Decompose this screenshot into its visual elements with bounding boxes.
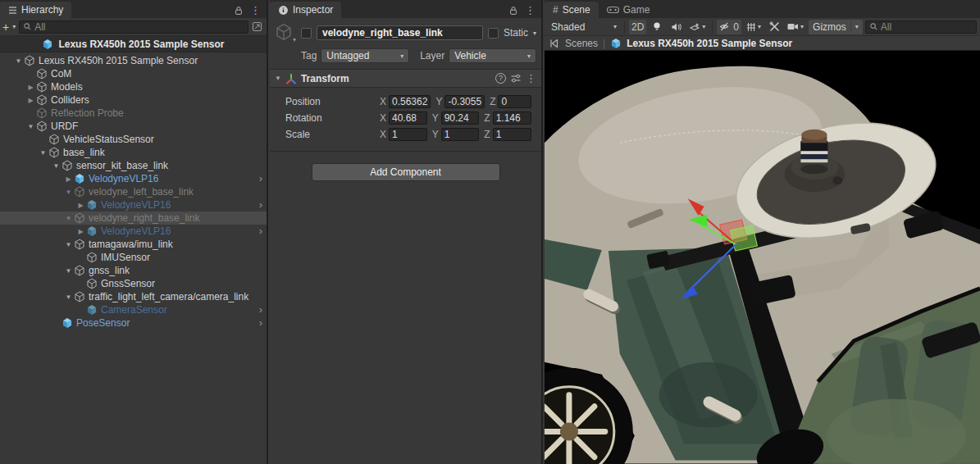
tree-item-base-link[interactable]: ▼base_link (0, 146, 267, 159)
cube-icon (62, 160, 73, 171)
tab-game[interactable]: Game (599, 2, 659, 18)
inspector-tabbar: Inspector ⋮ (270, 0, 541, 18)
tree-item-velodyne-right-base-link[interactable]: ▼velodyne_right_base_link (0, 212, 267, 225)
tree-item-colliders[interactable]: ▶Colliders (0, 93, 267, 107)
prefab-open-chevron[interactable]: › (259, 303, 262, 316)
lock-icon[interactable] (234, 6, 244, 16)
create-dropdown-icon[interactable]: ▾ (12, 23, 16, 30)
prefab-open-chevron[interactable]: › (259, 225, 262, 238)
scale-label[interactable]: Scale (275, 129, 380, 140)
position-z-field[interactable]: 0 (498, 95, 531, 108)
tab-hierarchy[interactable]: Hierarchy (0, 2, 71, 18)
tree-item-traffic-light-left-camera-link[interactable]: ▼traffic_light_left_camera/camera_link (0, 290, 267, 303)
static-checkbox[interactable] (488, 28, 499, 39)
toggle-2d-button[interactable]: 2D (629, 20, 646, 34)
gamepad-icon (607, 6, 619, 14)
tree-item-tamagawa-imu-link[interactable]: ▼tamagawa/imu_link (0, 238, 267, 251)
scene-toolbar: Shaded ▾ 2D ▾ (545, 18, 980, 36)
prefab-header[interactable]: Lexus RX450h 2015 Sample Sensor (0, 36, 267, 52)
transform-component-header[interactable]: ▼ Transform ? ⋮ (270, 70, 541, 88)
prefab-open-chevron[interactable]: › (259, 316, 262, 330)
component-menu-icon[interactable]: ⋮ (526, 75, 536, 83)
help-icon[interactable]: ? (495, 73, 506, 84)
rotation-x-field[interactable]: 40.68 (389, 111, 427, 125)
rotation-z-field[interactable]: 1.146 (493, 111, 531, 125)
cube-icon (36, 94, 48, 106)
chevron-down-icon: ▾ (800, 23, 804, 30)
scale-z-field[interactable]: 1 (493, 128, 531, 141)
breadcrumb-root[interactable]: Scenes (565, 38, 598, 49)
tree-item-gnss-link[interactable]: ▼gnss_link (0, 264, 267, 277)
cube-icon (74, 212, 85, 224)
cube-icon (74, 265, 85, 276)
prefab-open-chevron[interactable]: › (259, 172, 262, 185)
cube-icon (36, 121, 48, 132)
game-tab-label: Game (623, 4, 650, 16)
tree-item-reflection-probe[interactable]: Reflection Probe (0, 107, 267, 120)
add-component-button[interactable]: Add Component (312, 163, 500, 181)
position-label[interactable]: Position (275, 96, 380, 107)
cube-icon (36, 107, 48, 119)
tree-item-velodynevlp16-left[interactable]: ▶VelodyneVLP16› (0, 198, 267, 212)
tree-item-posesensor[interactable]: PoseSensor› (0, 316, 267, 330)
tree-item-urdf[interactable]: ▼URDF (0, 120, 267, 133)
scale-x-field[interactable]: 1 (389, 128, 427, 141)
create-object-button[interactable]: + (2, 22, 9, 32)
tree-item-velodynevlp16-right[interactable]: ▶VelodyneVLP16› (0, 225, 267, 238)
gameobject-icon[interactable]: ▾ (275, 23, 296, 43)
search-icon (23, 22, 32, 31)
scene-viewport[interactable] (545, 51, 980, 464)
position-y-field[interactable]: -0.3055 (444, 95, 485, 108)
tree-item-models[interactable]: ▶Models (0, 80, 267, 93)
tree-item-camerasensor[interactable]: CameraSensor› (0, 303, 267, 316)
tree-item-lexus-root[interactable]: ▼Lexus RX450h 2015 Sample Sensor (0, 54, 267, 67)
scale-y-field[interactable]: 1 (441, 128, 480, 141)
scene-viewport-canvas[interactable] (545, 51, 980, 464)
scene-tools-button[interactable] (766, 20, 782, 34)
lock-icon[interactable] (508, 6, 518, 16)
active-checkbox[interactable] (301, 28, 312, 39)
gizmos-dropdown[interactable]: Gizmos ▾ (809, 20, 863, 34)
grid-settings-button[interactable]: ▾ (744, 20, 763, 34)
hierarchy-search[interactable] (19, 20, 248, 34)
prefab-open-chevron[interactable]: › (259, 198, 262, 212)
presets-icon[interactable] (510, 73, 522, 84)
tag-dropdown[interactable]: Untagged ▾ (321, 48, 409, 63)
layer-dropdown[interactable]: Vehicle ▾ (449, 48, 536, 63)
hierarchy-tab-label: Hierarchy (21, 4, 63, 16)
scene-camera-button[interactable]: ▾ (785, 20, 806, 34)
prefab-cube-icon (86, 199, 98, 211)
tree-item-velodyne-left-base-link[interactable]: ▼velodyne_left_base_link (0, 185, 267, 198)
static-dropdown-icon[interactable]: ▾ (533, 30, 536, 37)
panel-menu-icon[interactable]: ⋮ (250, 7, 261, 15)
scene-search-input[interactable] (881, 21, 973, 33)
tree-item-gnsssensor[interactable]: GnssSensor (0, 277, 267, 290)
rotation-y-field[interactable]: 90.24 (441, 111, 480, 125)
tree-item-velodynevlp16-top[interactable]: ▶VelodyneVLP16› (0, 172, 267, 185)
scene-search[interactable] (865, 20, 977, 34)
hierarchy-tabbar: Hierarchy ⋮ (0, 0, 267, 18)
tree-item-vehiclestatussensor[interactable]: VehicleStatusSensor (0, 133, 267, 146)
info-icon (278, 5, 289, 16)
tree-item-imusensor[interactable]: IMUSensor (0, 251, 267, 264)
back-arrow-icon[interactable] (549, 39, 560, 48)
scene-effects-button[interactable]: ▾ (686, 20, 708, 34)
rotation-label[interactable]: Rotation (275, 112, 380, 124)
tree-item-com[interactable]: CoM (0, 67, 267, 80)
scene-lighting-button[interactable] (649, 20, 665, 34)
scene-picker-icon[interactable] (252, 21, 262, 32)
prefab-header-label: Lexus RX450h 2015 Sample Sensor (58, 39, 224, 50)
tree-item-sensor-kit-base-link[interactable]: ▼sensor_kit_base_link (0, 159, 267, 172)
tab-inspector[interactable]: Inspector (270, 2, 341, 18)
scene-visibility-button[interactable]: 0 (717, 20, 741, 34)
hierarchy-search-input[interactable] (34, 21, 244, 33)
position-x-field[interactable]: 0.56362 (389, 95, 431, 108)
shading-mode-dropdown[interactable]: Shaded ▾ (548, 20, 620, 34)
foldout-icon[interactable]: ▼ (275, 75, 281, 82)
tab-scene[interactable]: # Scene (545, 2, 599, 18)
cube-icon (48, 134, 60, 145)
inspector-panel: Inspector ⋮ ▾ Static ▾ Tag Untagged ▾ L (270, 0, 543, 464)
panel-menu-icon[interactable]: ⋮ (525, 7, 536, 15)
scene-audio-button[interactable] (668, 20, 684, 34)
object-name-field[interactable] (317, 25, 483, 40)
